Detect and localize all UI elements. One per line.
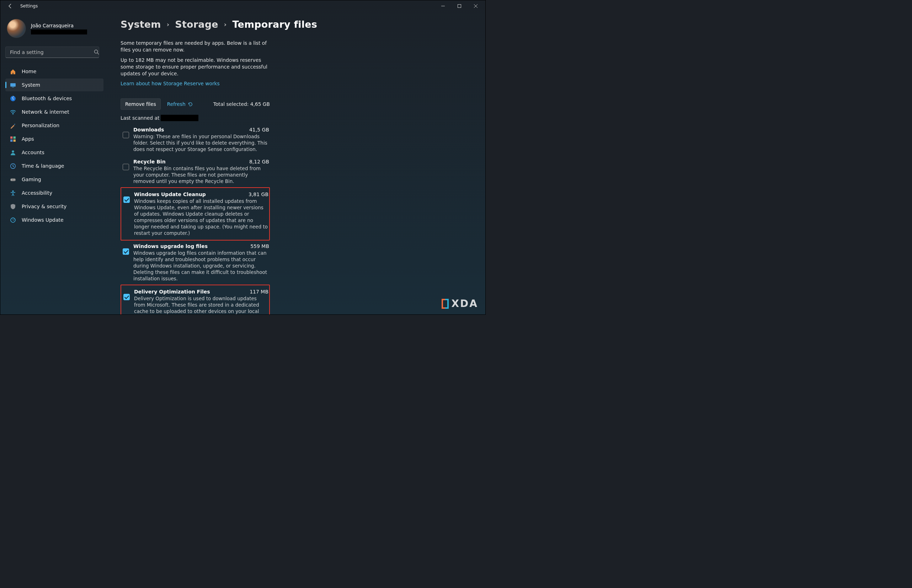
content: System › Storage › Temporary files Some … <box>107 12 485 315</box>
chevron-right-icon: › <box>167 21 170 28</box>
window-title: Settings <box>20 3 38 8</box>
item-description: Windows keeps copies of all installed up… <box>134 198 269 236</box>
nav-label: Apps <box>22 136 34 142</box>
maximize-button[interactable] <box>451 1 468 11</box>
profile-block[interactable]: João Carrasqueira <box>5 17 104 44</box>
item-title: Downloads <box>133 127 164 132</box>
item-title: Delivery Optimization Files <box>134 289 210 294</box>
svg-rect-4 <box>10 83 16 87</box>
item-size: 3,81 GB <box>248 192 269 197</box>
svg-point-16 <box>12 191 13 192</box>
item-title: Recycle Bin <box>133 159 166 165</box>
svg-rect-1 <box>458 5 461 8</box>
item-description: Warning: These are files in your persona… <box>133 133 269 152</box>
nav-label: Accounts <box>22 150 44 155</box>
cleanup-item: Downloads41,5 GBWarning: These are files… <box>120 126 270 153</box>
nav-item-accessibility[interactable]: Accessibility <box>5 187 104 199</box>
svg-line-3 <box>97 53 99 54</box>
cleanup-item: Windows upgrade log files559 MBWindows u… <box>120 243 270 283</box>
item-size: 559 MB <box>250 243 269 249</box>
back-button[interactable] <box>7 3 14 10</box>
nav-label: Privacy & security <box>22 204 66 209</box>
home-icon <box>10 68 16 74</box>
svg-point-15 <box>13 179 14 180</box>
nav-label: Accessibility <box>22 190 52 196</box>
svg-rect-11 <box>13 139 15 141</box>
cleanup-item: Windows Update Cleanup3,81 GBWindows kee… <box>120 187 270 241</box>
items-list: Downloads41,5 GBWarning: These are files… <box>120 126 270 315</box>
intro-text-2: Up to 182 MB may not be reclaimable. Win… <box>120 57 270 77</box>
item-checkbox[interactable] <box>123 294 130 300</box>
search-icon <box>94 49 99 55</box>
titlebar: Settings <box>0 0 485 12</box>
gaming-icon <box>10 176 16 183</box>
breadcrumb-storage[interactable]: Storage <box>175 19 218 30</box>
refresh-button[interactable]: Refresh <box>167 101 193 107</box>
breadcrumb: System › Storage › Temporary files <box>120 19 485 30</box>
nav-label: Bluetooth & devices <box>22 95 72 101</box>
nav-label: Network & internet <box>22 109 69 115</box>
storage-reserve-link[interactable]: Learn about how Storage Reserve works <box>120 81 220 86</box>
sidebar: João Carrasqueira HomeSystemBluetooth & … <box>0 12 107 315</box>
item-title: Windows Update Cleanup <box>134 192 206 197</box>
svg-rect-10 <box>10 139 13 141</box>
svg-rect-8 <box>10 136 13 139</box>
profile-name: João Carrasqueira <box>31 23 87 28</box>
cleanup-item: Delivery Optimization Files117 MBDeliver… <box>120 284 270 315</box>
remove-files-button[interactable]: Remove files <box>120 99 161 110</box>
cleanup-item: Recycle Bin8,12 GBThe Recycle Bin contai… <box>120 158 270 185</box>
breadcrumb-current: Temporary files <box>232 19 317 30</box>
nav-item-home[interactable]: Home <box>5 65 104 78</box>
system-icon <box>10 82 16 88</box>
time-icon <box>10 163 16 169</box>
nav-item-apps[interactable]: Apps <box>5 132 104 145</box>
item-title: Windows upgrade log files <box>133 243 207 249</box>
profile-email-redacted <box>31 29 87 34</box>
nav-label: System <box>22 82 40 88</box>
item-description: The Recycle Bin contains files you have … <box>133 165 269 184</box>
accessibility-icon <box>10 190 16 196</box>
svg-rect-9 <box>13 136 15 139</box>
settings-window: Settings João Carrasqueira HomeSystemBlu… <box>0 0 486 315</box>
item-checkbox[interactable] <box>123 164 129 170</box>
close-icon <box>474 4 478 8</box>
total-selected: Total selected: 4,65 GB <box>213 101 270 107</box>
nav-item-system[interactable]: System <box>5 79 104 91</box>
apps-icon <box>10 136 16 142</box>
item-description: Windows upgrade log files contain inform… <box>133 250 269 282</box>
item-checkbox[interactable] <box>123 248 129 255</box>
chevron-right-icon: › <box>224 21 227 28</box>
nav-label: Time & language <box>22 163 64 169</box>
nav-label: Home <box>22 69 36 74</box>
item-description: Delivery Optimization is used to downloa… <box>134 295 269 315</box>
item-checkbox[interactable] <box>123 197 130 203</box>
personalization-icon <box>10 122 16 129</box>
nav-item-network[interactable]: Network & internet <box>5 105 104 118</box>
nav-item-time[interactable]: Time & language <box>5 160 104 172</box>
refresh-label: Refresh <box>167 101 186 107</box>
nav-item-accounts[interactable]: Accounts <box>5 146 104 159</box>
maximize-icon <box>458 4 461 8</box>
svg-point-7 <box>13 114 13 115</box>
privacy-icon <box>10 203 16 210</box>
search-input[interactable] <box>5 47 99 58</box>
item-size: 117 MB <box>249 289 269 294</box>
refresh-icon <box>188 102 193 107</box>
minimize-button[interactable] <box>435 1 451 11</box>
nav-item-personalization[interactable]: Personalization <box>5 119 104 132</box>
update-icon <box>10 217 16 223</box>
svg-point-12 <box>12 150 14 152</box>
arrow-left-icon <box>8 3 13 9</box>
item-checkbox[interactable] <box>123 132 129 138</box>
nav-item-privacy[interactable]: Privacy & security <box>5 200 104 213</box>
breadcrumb-system[interactable]: System <box>120 19 161 30</box>
nav-label: Gaming <box>22 176 41 182</box>
nav-item-update[interactable]: Windows Update <box>5 213 104 226</box>
svg-point-2 <box>94 50 97 53</box>
nav-item-bluetooth[interactable]: Bluetooth & devices <box>5 92 104 105</box>
accounts-icon <box>10 149 16 156</box>
network-icon <box>10 109 16 115</box>
last-scan-redacted <box>161 115 198 121</box>
close-button[interactable] <box>468 1 484 11</box>
nav-item-gaming[interactable]: Gaming <box>5 173 104 186</box>
